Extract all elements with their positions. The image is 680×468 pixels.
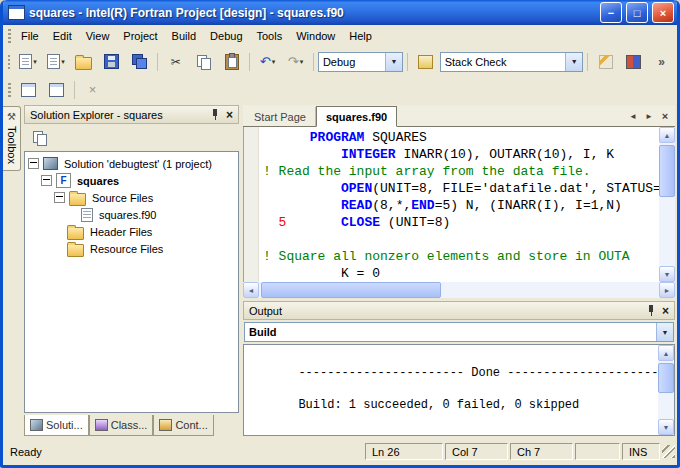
menu-grip[interactable] [8, 29, 11, 43]
add-item-button[interactable]: ▾ [42, 51, 69, 73]
build-toolbar: × [3, 76, 677, 103]
solution-explorer-header[interactable]: Solution Explorer - squares × [24, 105, 239, 124]
stack-check-combobox[interactable]: Stack Check ▼ [440, 52, 584, 72]
tree-item-resource-files[interactable]: Resource Files [27, 240, 236, 257]
scrollbar-track[interactable] [259, 282, 659, 298]
tree-item-header-files[interactable]: Header Files [27, 223, 236, 240]
close-panel-icon[interactable]: × [660, 305, 671, 317]
scroll-up-button[interactable]: ▲ [658, 345, 674, 361]
collapse-expander-icon[interactable] [54, 192, 65, 203]
title-bar[interactable]: squares - Intel(R) Fortran Project [desi… [3, 0, 677, 25]
tree-item-project-squares[interactable]: F squares [27, 172, 236, 189]
scrollbar-thumb[interactable] [261, 282, 441, 298]
cancel-build-button[interactable]: × [79, 79, 106, 101]
scroll-left-button[interactable]: ◄ [243, 282, 259, 298]
editor-horizontal-scrollbar[interactable]: ◄ ► [243, 282, 675, 298]
tab-contents[interactable]: Cont... [153, 415, 213, 436]
scrollbar-thumb[interactable] [658, 363, 674, 393]
menu-view[interactable]: View [79, 26, 117, 46]
resize-grip[interactable] [662, 445, 675, 458]
tree-item-solution[interactable]: Solution 'debugtest' (1 project) [27, 155, 236, 172]
scrollbar-thumb[interactable] [659, 145, 675, 197]
menu-window[interactable]: Window [289, 26, 342, 46]
close-document-button[interactable]: × [658, 109, 672, 123]
code-line: ! Square all nonzero elements and store … [263, 248, 659, 265]
toolbar-grip[interactable] [8, 55, 10, 69]
properties-window-button[interactable] [26, 127, 53, 149]
save-all-button[interactable] [126, 51, 153, 73]
collapse-expander-icon[interactable] [41, 175, 52, 186]
save-button[interactable] [98, 51, 125, 73]
toolbar-overflow-button[interactable]: » [648, 51, 675, 73]
scrollbar-track[interactable] [658, 361, 674, 419]
menu-edit[interactable]: Edit [46, 26, 79, 46]
save-icon [104, 54, 119, 69]
pin-icon[interactable] [644, 304, 657, 317]
code-line: PROGRAM SQUARES [263, 129, 659, 146]
output-line [248, 349, 658, 365]
scroll-tabs-left-button[interactable]: ◄ [626, 109, 640, 123]
scroll-down-button[interactable]: ▼ [659, 266, 675, 282]
menu-bar: File Edit View Project Build Debug Tools… [3, 25, 677, 47]
cut-icon: ✂ [171, 56, 181, 68]
close-panel-icon[interactable]: × [224, 109, 235, 121]
toolbar-separator [587, 53, 588, 71]
tab-class-view[interactable]: Class... [89, 415, 154, 436]
output-pane-combobox[interactable]: Build ▼ [244, 322, 674, 342]
toolbar-grip[interactable] [8, 83, 11, 97]
cancel-build-icon: × [89, 83, 97, 96]
properties-button[interactable] [620, 51, 647, 73]
compile-file-button[interactable] [15, 79, 42, 101]
tab-squares-f90[interactable]: squares.f90 [316, 106, 397, 127]
combo-dropdown-button[interactable]: ▼ [656, 323, 673, 341]
scrollbar-track[interactable] [659, 143, 675, 266]
menu-build[interactable]: Build [165, 26, 203, 46]
solution-explorer-tab-icon [30, 419, 43, 431]
tab-start-page[interactable]: Start Page [245, 107, 316, 126]
menu-tools[interactable]: Tools [250, 26, 290, 46]
copy-button[interactable] [190, 51, 217, 73]
solution-configuration-combobox[interactable]: Debug ▼ [318, 52, 403, 72]
output-vertical-scrollbar[interactable]: ▲ ▼ [658, 345, 674, 435]
scroll-up-button[interactable]: ▲ [659, 127, 675, 143]
tab-solution-explorer[interactable]: Soluti... [24, 415, 89, 436]
toolbox-tab[interactable]: ⚒ Toolbox [3, 106, 21, 171]
scroll-down-button[interactable]: ▼ [658, 419, 674, 435]
redo-button[interactable]: ↷▾ [282, 51, 309, 73]
scroll-right-button[interactable]: ► [659, 282, 675, 298]
output-header[interactable]: Output × [243, 301, 675, 320]
new-project-button[interactable]: ▾ [14, 51, 41, 73]
tree-item-source-files[interactable]: Source Files [27, 189, 236, 206]
tab-label: Class... [111, 419, 148, 431]
tree-label: Resource Files [88, 243, 165, 255]
tree-item-squares-f90[interactable]: squares.f90 [27, 206, 236, 223]
find-button[interactable] [592, 51, 619, 73]
minimize-icon: − [608, 7, 614, 19]
collapse-expander-icon[interactable] [28, 158, 39, 169]
editor-vertical-scrollbar[interactable]: ▲ ▼ [659, 127, 675, 282]
minimize-button[interactable]: − [600, 2, 622, 23]
maximize-button[interactable]: □ [626, 2, 648, 23]
tab-label: Start Page [254, 111, 306, 123]
pin-icon[interactable] [208, 108, 221, 121]
app-window: squares - Intel(R) Fortran Project [desi… [0, 0, 680, 468]
menu-file[interactable]: File [14, 26, 46, 46]
paste-button[interactable] [218, 51, 245, 73]
combo-dropdown-button[interactable]: ▼ [565, 53, 582, 71]
menu-project[interactable]: Project [116, 26, 164, 46]
build-project-button[interactable] [43, 79, 70, 101]
cut-button[interactable]: ✂ [162, 51, 189, 73]
undo-button[interactable]: ↶▾ [254, 51, 281, 73]
combo-arrow-icon: ▼ [390, 58, 397, 65]
open-file-button[interactable] [70, 51, 97, 73]
output-content[interactable]: ----------------------- Done -----------… [244, 345, 658, 435]
combo-dropdown-button[interactable]: ▼ [385, 53, 402, 71]
selection-margin[interactable] [244, 127, 259, 282]
menu-help[interactable]: Help [342, 26, 379, 46]
scroll-tabs-right-button[interactable]: ► [642, 109, 656, 123]
menu-debug[interactable]: Debug [203, 26, 249, 46]
code-area[interactable]: PROGRAM SQUARES INTEGER INARR(10), OUTAR… [259, 127, 659, 282]
scroll-up-icon: ▲ [663, 350, 670, 357]
compiler-options-button[interactable] [412, 51, 439, 73]
close-button[interactable]: × [652, 2, 674, 23]
